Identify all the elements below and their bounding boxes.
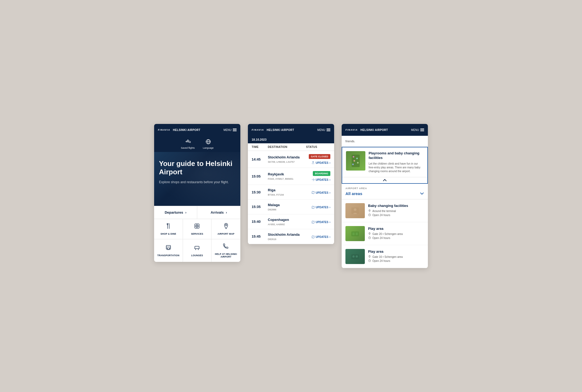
svg-point-25 — [354, 160, 355, 162]
flight-nums-3: BT304, FI7194 — [268, 193, 303, 196]
flight-nums-4: D82886 — [268, 208, 303, 211]
menu-button-3[interactable]: MENU — [411, 129, 424, 131]
area-dropdown[interactable]: All areas — [345, 191, 424, 196]
facility-location-3: Gate 16 • Schengen area — [368, 255, 403, 259]
flight-time-3: 15:30 — [252, 190, 268, 194]
flight-time-4: 15:35 — [252, 205, 268, 209]
updates-btn-2[interactable]: UPDATES › — [311, 178, 330, 181]
svg-point-17 — [167, 248, 168, 249]
flight-row-4: 15:35 Malaga D82886 UPDATES › — [248, 200, 334, 214]
svg-point-24 — [356, 158, 358, 159]
help-btn[interactable]: HELP AT HELSINKI AIRPORT — [212, 239, 240, 262]
facility-hours-1: Open 24 hours — [368, 213, 408, 217]
svg-point-18 — [169, 248, 170, 249]
arrivals-btn[interactable]: Arrivals › — [197, 206, 240, 219]
flight-row-2: 15:05 Reykjavik FI343, AY6817, B65651 BO… — [248, 168, 334, 185]
flight-time-1: 14:45 — [252, 157, 268, 161]
flight-nums-6: D82616 — [268, 238, 303, 241]
collapse-btn[interactable] — [342, 177, 427, 183]
chair-icon — [194, 244, 200, 252]
facility-location-1: Around the terminal — [368, 209, 408, 213]
location-icon-3 — [368, 255, 371, 259]
updates-btn-1[interactable]: UPDATES › — [311, 161, 330, 164]
flight-row-5: 15:40 Copenhagen AY955, AA8992 UPDATES › — [248, 214, 334, 229]
dest-col-header: DESTINATION — [268, 145, 306, 148]
s1-subbar: Saved flights Language — [154, 136, 240, 152]
phone-screen-3: FINAVIA HELSINKI AIRPORT MENU friends. — [342, 124, 428, 268]
flight-dest-5: Copenhagen — [268, 218, 303, 222]
departures-btn[interactable]: Departures › — [154, 206, 197, 219]
clock-icon-1 — [368, 213, 371, 217]
featured-inner: Playrooms and baby changing facilities L… — [342, 147, 427, 177]
featured-image — [346, 151, 365, 171]
plane-star-icon — [184, 138, 192, 145]
hamburger-icon-2 — [327, 129, 330, 131]
facility-title-1: Baby changing facilities — [368, 204, 408, 208]
date-bar: 18.10.2023 — [248, 136, 334, 143]
hero-title: Your guide to Helsinki Airport — [159, 159, 235, 176]
saved-flights-btn[interactable]: Saved flights — [181, 138, 195, 149]
language-btn[interactable]: Language — [203, 138, 214, 149]
flight-time-2: 15:05 — [252, 174, 268, 178]
baby-changing-image — [345, 203, 365, 218]
airport-name-2: HELSINKI AIRPORT — [267, 129, 294, 131]
map-pin-icon — [223, 223, 229, 231]
status-badge-1: GATE CLOSED — [309, 154, 330, 159]
flight-status-col-5: UPDATES › — [303, 220, 330, 224]
facility-info-3: Play area Gate 16 • Schengen area — [368, 249, 403, 263]
flights-header: TIME DESTINATION STATUS — [248, 143, 334, 151]
menu-button-1[interactable]: MENU — [224, 129, 237, 131]
updates-chevron-icon-4: › — [330, 206, 330, 209]
updates-chevron-icon-3: › — [330, 191, 330, 194]
updates-btn-4[interactable]: UPDATES › — [311, 206, 330, 209]
services-btn[interactable]: SERVICES — [183, 219, 212, 239]
flight-nums-5: AY955, AA8992 — [268, 223, 303, 226]
updates-btn-5[interactable]: UPDATES › — [311, 221, 330, 224]
flight-status-col-2: BOARDING UPDATES › — [303, 171, 330, 181]
flight-dest-4: Malaga — [268, 203, 303, 207]
svg-point-38 — [352, 255, 355, 258]
s1-hero: Your guide to Helsinki Airport Explore s… — [154, 152, 240, 206]
svg-point-26 — [357, 162, 359, 164]
airport-map-btn[interactable]: AIRPORT MAP — [212, 219, 240, 239]
area-value: All areas — [345, 191, 362, 196]
facility-title-3: Play area — [368, 249, 403, 254]
updates-btn-3[interactable]: UPDATES › — [311, 191, 330, 194]
transportation-btn[interactable]: TRANSPORTATION — [154, 239, 183, 262]
departures-chevron-icon: › — [185, 211, 186, 214]
svg-point-30 — [369, 210, 370, 211]
updates-btn-6[interactable]: UPDATES › — [311, 235, 330, 239]
facility-title-2: Play area — [368, 227, 403, 231]
brand-3: FINAVIA HELSINKI AIRPORT — [345, 129, 388, 131]
flight-status-col-1: GATE CLOSED UPDATES › — [303, 154, 330, 164]
phone-screen-1: FINAVIA HELSINKI AIRPORT MENU Saved flig… — [154, 124, 240, 262]
area-selector: AIRPORT AREA All areas — [342, 184, 428, 199]
shop-dine-btn[interactable]: SHOP & DINE — [154, 219, 183, 239]
facility-item-1[interactable]: Baby changing facilities Around the term… — [342, 199, 428, 222]
hamburger-icon-1 — [233, 129, 237, 131]
clock-icon-2 — [368, 236, 371, 240]
lounges-btn[interactable]: LOUNGES — [183, 239, 212, 262]
svg-point-23 — [353, 156, 354, 158]
play-area-1-image — [345, 226, 365, 241]
flight-status-col-3: UPDATES › — [303, 190, 330, 194]
flight-dest-1: Stockholm Arlanda — [268, 155, 303, 160]
clock-icon-3 — [368, 259, 371, 263]
flight-dest-3: Riga — [268, 188, 303, 193]
flight-time-6: 15:45 — [252, 234, 268, 238]
phone-icon — [223, 243, 229, 251]
updates-chevron-icon-2: › — [330, 178, 330, 181]
facility-location-2: Gate 20 • Schengen area — [368, 232, 403, 236]
facility-info-1: Baby changing facilities Around the term… — [368, 204, 408, 217]
navbar-3: FINAVIA HELSINKI AIRPORT MENU — [342, 124, 428, 136]
fork-knife-icon — [165, 223, 172, 231]
facility-item-3[interactable]: Play area Gate 16 • Schengen area — [342, 245, 428, 268]
globe-icon — [205, 138, 212, 145]
flight-status-col-4: UPDATES › — [303, 205, 330, 209]
svg-point-12 — [225, 224, 227, 226]
menu-button-2[interactable]: MENU — [317, 129, 330, 131]
facility-item-2[interactable]: Play area Gate 20 • Schengen area — [342, 222, 428, 245]
location-icon-1 — [368, 209, 371, 213]
svg-point-35 — [369, 233, 370, 234]
services-icon — [194, 223, 200, 231]
